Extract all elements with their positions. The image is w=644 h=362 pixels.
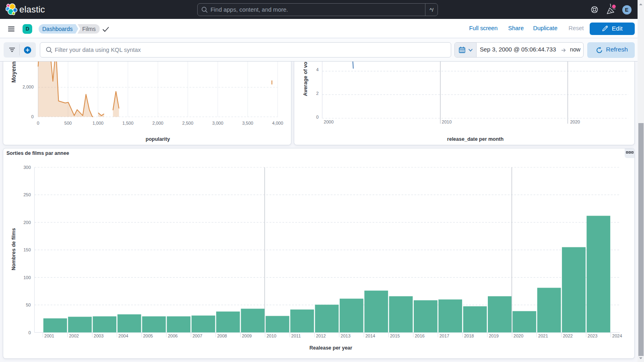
svg-text:2001: 2001 bbox=[44, 333, 54, 338]
svg-text:100: 100 bbox=[23, 275, 31, 280]
svg-text:2018: 2018 bbox=[464, 333, 474, 338]
svg-text:Realease per year: Realease per year bbox=[310, 345, 352, 351]
svg-text:2016: 2016 bbox=[415, 333, 424, 338]
svg-text:Nombres de films: Nombres de films bbox=[11, 228, 17, 270]
svg-text:2,000: 2,000 bbox=[23, 84, 34, 89]
svg-text:3,500: 3,500 bbox=[242, 120, 254, 125]
svg-text:2013: 2013 bbox=[341, 333, 350, 338]
svg-text:2,000: 2,000 bbox=[152, 120, 163, 125]
svg-text:Sorties de films par annee: Sorties de films par annee bbox=[6, 150, 69, 156]
svg-text:0: 0 bbox=[31, 114, 33, 119]
svg-text:2010: 2010 bbox=[266, 333, 276, 338]
svg-text:2000: 2000 bbox=[324, 119, 333, 124]
svg-text:4,000: 4,000 bbox=[272, 120, 283, 125]
svg-text:2: 2 bbox=[316, 90, 318, 95]
svg-text:1,500: 1,500 bbox=[122, 120, 134, 125]
svg-text:2,500: 2,500 bbox=[182, 120, 194, 125]
svg-text:2006: 2006 bbox=[168, 333, 178, 338]
svg-text:1,000: 1,000 bbox=[93, 120, 104, 125]
svg-text:2017: 2017 bbox=[440, 333, 449, 338]
svg-text:4: 4 bbox=[316, 67, 318, 72]
svg-text:2005: 2005 bbox=[143, 333, 153, 338]
svg-text:3,000: 3,000 bbox=[212, 120, 223, 125]
svg-text:2008: 2008 bbox=[217, 333, 227, 338]
svg-text:2010: 2010 bbox=[442, 119, 452, 124]
svg-text:2009: 2009 bbox=[242, 333, 252, 338]
svg-text:0: 0 bbox=[37, 120, 39, 125]
svg-text:2021: 2021 bbox=[538, 333, 548, 338]
svg-text:0: 0 bbox=[28, 330, 31, 335]
svg-text:2003: 2003 bbox=[94, 333, 103, 338]
svg-text:2007: 2007 bbox=[192, 333, 202, 338]
svg-text:Moyenne de budget: Moyenne de budget bbox=[10, 62, 17, 83]
svg-text:2015: 2015 bbox=[390, 333, 400, 338]
svg-text:2004: 2004 bbox=[118, 333, 128, 338]
svg-text:2011: 2011 bbox=[291, 333, 301, 338]
svg-text:500: 500 bbox=[64, 120, 72, 125]
svg-text:2020: 2020 bbox=[570, 119, 580, 124]
svg-text:2023: 2023 bbox=[588, 333, 597, 338]
svg-text:0: 0 bbox=[316, 114, 318, 119]
svg-text:Average of vote_average: Average of vote_average bbox=[302, 62, 308, 96]
svg-text:2014: 2014 bbox=[365, 333, 375, 338]
svg-text:50: 50 bbox=[26, 302, 31, 307]
svg-text:150: 150 bbox=[23, 247, 31, 252]
svg-text:2020: 2020 bbox=[514, 333, 523, 338]
svg-text:release_date per month: release_date per month bbox=[447, 136, 504, 142]
svg-text:2002: 2002 bbox=[69, 333, 78, 338]
svg-text:2022: 2022 bbox=[563, 333, 573, 338]
svg-text:200: 200 bbox=[23, 220, 31, 224]
svg-text:2012: 2012 bbox=[316, 333, 326, 338]
svg-text:2024: 2024 bbox=[612, 333, 622, 338]
svg-text:2019: 2019 bbox=[489, 333, 498, 338]
svg-text:250: 250 bbox=[23, 192, 31, 197]
svg-text:popularity: popularity bbox=[146, 136, 170, 142]
svg-text:300: 300 bbox=[23, 165, 31, 170]
